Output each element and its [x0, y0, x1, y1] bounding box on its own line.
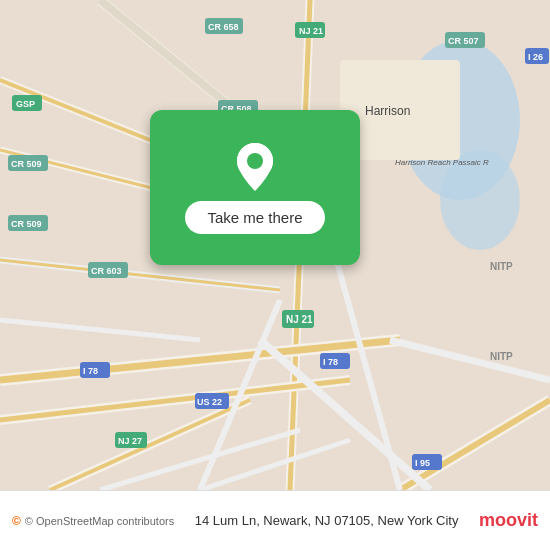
svg-text:NJ 21: NJ 21: [286, 314, 313, 325]
svg-text:I 78: I 78: [323, 357, 338, 367]
svg-text:NJ 21: NJ 21: [299, 26, 323, 36]
map-container: GSP CR 658 NJ 21 CR 507 CR 509 CR 508 Ha…: [0, 0, 550, 490]
address-text: 14 Lum Ln, Newark, NJ 07105, New York Ci…: [195, 513, 459, 528]
svg-text:CR 658: CR 658: [208, 22, 239, 32]
svg-text:I 26: I 26: [528, 52, 543, 62]
footer-left: © © OpenStreetMap contributors: [12, 514, 174, 528]
svg-text:CR 509: CR 509: [11, 219, 42, 229]
osm-attribution: © OpenStreetMap contributors: [25, 515, 174, 527]
svg-text:CR 507: CR 507: [448, 36, 479, 46]
svg-text:NITP: NITP: [490, 351, 513, 362]
moovit-brand: moovit: [479, 510, 538, 531]
svg-point-64: [247, 153, 263, 169]
footer: © © OpenStreetMap contributors 14 Lum Ln…: [0, 490, 550, 550]
svg-text:I 95: I 95: [415, 458, 430, 468]
osm-logo: ©: [12, 514, 21, 528]
svg-text:GSP: GSP: [16, 99, 35, 109]
location-card: Take me there: [150, 110, 360, 265]
svg-text:CR 603: CR 603: [91, 266, 122, 276]
svg-text:CR 509: CR 509: [11, 159, 42, 169]
svg-text:US 22: US 22: [197, 397, 222, 407]
svg-text:Harrison: Harrison: [365, 104, 410, 118]
svg-text:NJ 27: NJ 27: [118, 436, 142, 446]
map-pin-icon: [233, 141, 277, 193]
svg-text:NITP: NITP: [490, 261, 513, 272]
svg-text:I 78: I 78: [83, 366, 98, 376]
svg-text:Harrison Reach Passaic R: Harrison Reach Passaic R: [395, 158, 489, 167]
take-me-there-button[interactable]: Take me there: [185, 201, 324, 234]
